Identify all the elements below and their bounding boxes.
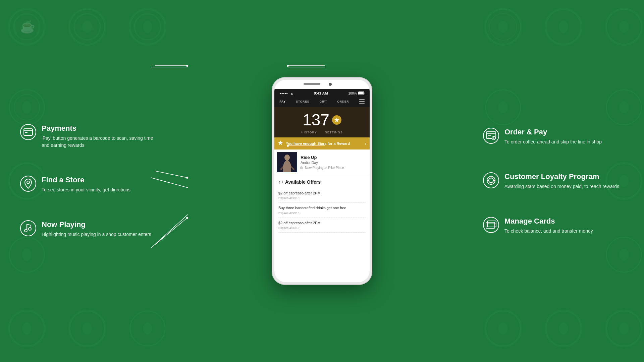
offer-item-3[interactable]: $2 off espresso after 2PM Expires 4/30/1…: [278, 218, 366, 233]
svg-rect-87: [359, 103, 365, 104]
reward-text: You have enough Stars for a Reward: [286, 141, 362, 145]
svg-marker-89: [278, 140, 283, 145]
now-playing-section[interactable]: Rise Up Andra Day Now Playing at Pike Pl…: [274, 149, 370, 175]
stars-section: 137 HISTORY SETTINGS: [274, 107, 370, 137]
nav-order[interactable]: ORDER: [337, 100, 349, 103]
offers-header: 🏷 Available Offers: [278, 179, 366, 185]
svg-rect-93: [302, 166, 302, 169]
offer-item-1[interactable]: $2 off espresso after 2PM Expires 4/30/1…: [278, 188, 366, 203]
nav-gift[interactable]: GIFT: [319, 100, 327, 103]
svg-rect-94: [303, 167, 303, 169]
stars-number: 137: [303, 112, 329, 128]
track-location-text: Now Playing at Pike Place: [305, 166, 344, 170]
phone-outer: ●●●●● ▲ 9:41 AM 100% PAY: [272, 77, 372, 285]
svg-rect-85: [359, 99, 365, 100]
album-art-image: [277, 152, 297, 172]
offer-name-1: $2 off espresso after 2PM: [278, 191, 366, 195]
offer-name-2: Buy three handcrafted drinks get one fre…: [278, 205, 366, 210]
nav-more[interactable]: [359, 99, 365, 104]
offer-expiry-2: Expires 4/30/16: [278, 212, 366, 215]
stars-display: 137: [278, 112, 366, 128]
stars-history[interactable]: HISTORY: [301, 131, 317, 134]
battery-icon: [358, 92, 364, 95]
track-info: Rise Up Andra Day Now Playing at Pike Pl…: [297, 155, 367, 170]
stars-settings[interactable]: SETTINGS: [325, 131, 343, 134]
battery-info: 100%: [348, 92, 364, 95]
reward-banner[interactable]: You have enough Stars for a Reward ›: [274, 137, 370, 149]
signal-icon: ●●●●●: [280, 92, 288, 95]
album-art: [277, 152, 297, 172]
track-artist: Andra Day: [301, 161, 364, 165]
signal-dots: ●●●●● ▲: [280, 92, 293, 95]
phone-screen: ●●●●● ▲ 9:41 AM 100% PAY: [274, 80, 370, 282]
stars-navigation: HISTORY SETTINGS: [278, 131, 366, 134]
offer-item-2[interactable]: Buy three handcrafted drinks get one fre…: [278, 203, 366, 218]
offers-section: 🏷 Available Offers $2 off espresso after…: [274, 175, 370, 237]
svg-marker-88: [334, 118, 339, 122]
nav-stores[interactable]: STORES: [296, 100, 309, 103]
nav-pay[interactable]: PAY: [279, 100, 286, 103]
track-location: Now Playing at Pike Place: [301, 166, 364, 170]
battery-percent: 100%: [348, 92, 357, 95]
offers-icon: 🏷: [278, 179, 283, 185]
phone-mockup: ●●●●● ▲ 9:41 AM 100% PAY: [272, 77, 372, 285]
star-badge-icon: [332, 115, 341, 125]
phone-container: ●●●●● ▲ 9:41 AM 100% PAY: [0, 0, 644, 362]
svg-rect-92: [301, 167, 301, 169]
status-bar: ●●●●● ▲ 9:41 AM 100%: [274, 89, 370, 97]
reward-chevron: ›: [365, 141, 366, 146]
track-title: Rise Up: [301, 155, 364, 160]
reward-star-icon: [278, 140, 283, 147]
clock: 9:41 AM: [314, 91, 328, 95]
svg-rect-86: [359, 101, 365, 102]
app-navigation: PAY STORES GIFT ORDER: [274, 97, 370, 107]
svg-point-91: [284, 155, 290, 161]
offer-name-3: $2 off espresso after 2PM: [278, 221, 366, 225]
wifi-icon: ▲: [290, 92, 293, 95]
offers-title: Available Offers: [285, 179, 321, 185]
offer-expiry-3: Expires 4/30/16: [278, 226, 366, 230]
offer-expiry-1: Expires 4/30/16: [278, 196, 366, 200]
